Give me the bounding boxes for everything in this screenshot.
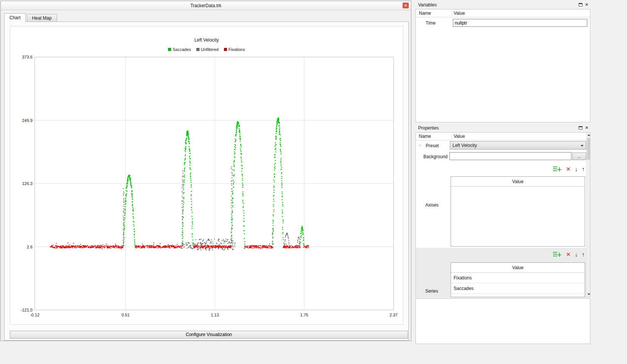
- axises-list-header: Value: [451, 177, 585, 187]
- properties-panel: Properties ✕ Name Value › Preset Left Ve…: [415, 124, 590, 298]
- legend-item-saccades: Saccades: [168, 47, 191, 52]
- svg-text:2.37: 2.37: [389, 313, 397, 317]
- configure-visualization-button[interactable]: Configure Visualization: [10, 331, 408, 339]
- variables-panel: Variables ✕ Name Value Time: [415, 1, 590, 123]
- chart-frame: Left Velocity Saccades Unfiltered Fixati…: [10, 26, 403, 325]
- unfiltered-swatch-icon: [196, 48, 199, 51]
- preset-combobox-value: Left Velocity: [452, 143, 477, 148]
- column-header-name: Name: [419, 11, 431, 16]
- scrollbar-thumb[interactable]: [587, 138, 590, 160]
- legend-label: Fixations: [229, 47, 245, 52]
- list-item[interactable]: Saccades: [451, 283, 585, 294]
- move-down-icon[interactable]: ↓: [575, 166, 578, 172]
- add-item-icon[interactable]: [553, 251, 562, 258]
- svg-text:-0.12: -0.12: [30, 313, 39, 317]
- bottom-panel: [415, 298, 590, 344]
- chart-title: Left Velocity: [10, 37, 403, 43]
- series-list-header: Value: [451, 263, 585, 273]
- svg-text:1.75: 1.75: [300, 313, 308, 317]
- tab-chart[interactable]: Chart: [4, 13, 26, 22]
- chevron-right-icon[interactable]: ›: [419, 143, 421, 147]
- window-titlebar[interactable]: TrackerData.trk ✕: [1, 1, 411, 10]
- svg-text:373.6: 373.6: [22, 55, 32, 59]
- axises-toolbar: ✕ ↓ ↑: [553, 166, 585, 173]
- column-header-value: Value: [454, 134, 465, 139]
- background-input[interactable]: [449, 152, 571, 160]
- document-window: TrackerData.trk ✕ Chart Heat Map Left Ve…: [0, 1, 411, 341]
- axises-label: Axises: [425, 202, 439, 208]
- scroll-up-icon[interactable]: [587, 134, 590, 136]
- properties-scrollbar[interactable]: [586, 133, 590, 297]
- dock-close-icon[interactable]: ✕: [585, 126, 588, 130]
- preset-label: Preset: [426, 143, 439, 148]
- dock-close-icon[interactable]: ✕: [585, 3, 588, 7]
- background-label: Background: [423, 154, 448, 159]
- table-row: Time: [416, 17, 590, 28]
- column-divider[interactable]: [452, 10, 452, 16]
- delete-item-icon[interactable]: ✕: [566, 251, 571, 258]
- move-down-icon[interactable]: ↓: [575, 251, 578, 258]
- variable-name-label: Time: [426, 20, 436, 26]
- preset-combobox[interactable]: Left Velocity: [450, 141, 586, 150]
- series-toolbar: ✕ ↓ ↑: [553, 251, 585, 258]
- delete-item-icon[interactable]: ✕: [566, 166, 571, 172]
- background-browse-button[interactable]: ...: [572, 153, 586, 160]
- time-value-input[interactable]: [453, 19, 587, 27]
- svg-text:2.6: 2.6: [27, 245, 32, 249]
- series-list: Value Fixations Saccades: [451, 262, 585, 297]
- chart-legend: Saccades Unfiltered Fixations: [10, 47, 403, 52]
- svg-text:126.3: 126.3: [22, 181, 32, 186]
- move-up-icon[interactable]: ↑: [582, 166, 585, 172]
- close-icon[interactable]: ✕: [403, 3, 409, 8]
- dock-float-icon[interactable]: [579, 3, 582, 6]
- move-up-icon[interactable]: ↑: [582, 251, 585, 258]
- fixations-swatch-icon: [224, 48, 227, 51]
- properties-table-header: Name Value: [416, 133, 590, 140]
- legend-item-unfiltered: Unfiltered: [196, 47, 219, 52]
- properties-panel-title: Properties: [418, 125, 439, 131]
- svg-text:1.13: 1.13: [211, 313, 219, 317]
- window-title: TrackerData.trk: [1, 3, 411, 8]
- svg-text:0.51: 0.51: [122, 313, 130, 317]
- saccades-swatch-icon: [168, 48, 171, 51]
- legend-item-fixations: Fixations: [224, 47, 245, 52]
- variables-table: Name Value Time: [415, 9, 590, 122]
- series-label: Series: [425, 288, 438, 294]
- svg-text:249.9: 249.9: [22, 118, 32, 123]
- legend-label: Saccades: [173, 47, 191, 52]
- chevron-down-icon: [581, 145, 584, 147]
- column-header-value: Value: [454, 11, 465, 16]
- properties-panel-titlebar: Properties ✕: [415, 124, 590, 132]
- variables-panel-title: Variables: [418, 2, 437, 8]
- variables-table-header: Name Value: [416, 9, 590, 17]
- column-header-name: Name: [419, 134, 431, 139]
- tab-bar: Chart Heat Map: [4, 13, 57, 22]
- velocity-plot: 373.6249.9126.32.6-121.0-0.120.511.131.7…: [10, 54, 403, 324]
- axises-list[interactable]: Value: [451, 176, 585, 247]
- properties-table: Name Value › Preset Left Velocity Backgr…: [415, 132, 590, 297]
- tab-heat-map[interactable]: Heat Map: [27, 14, 57, 22]
- column-divider[interactable]: [452, 133, 452, 139]
- list-item[interactable]: Fixations: [451, 273, 585, 283]
- dock-float-icon[interactable]: [579, 126, 582, 130]
- add-item-icon[interactable]: [553, 166, 562, 172]
- chart-tab-page: Left Velocity Saccades Unfiltered Fixati…: [4, 22, 409, 341]
- scroll-down-icon[interactable]: [587, 293, 590, 295]
- legend-label: Unfiltered: [201, 47, 219, 52]
- svg-text:-121.0: -121.0: [21, 308, 32, 312]
- variables-panel-titlebar: Variables ✕: [415, 1, 590, 9]
